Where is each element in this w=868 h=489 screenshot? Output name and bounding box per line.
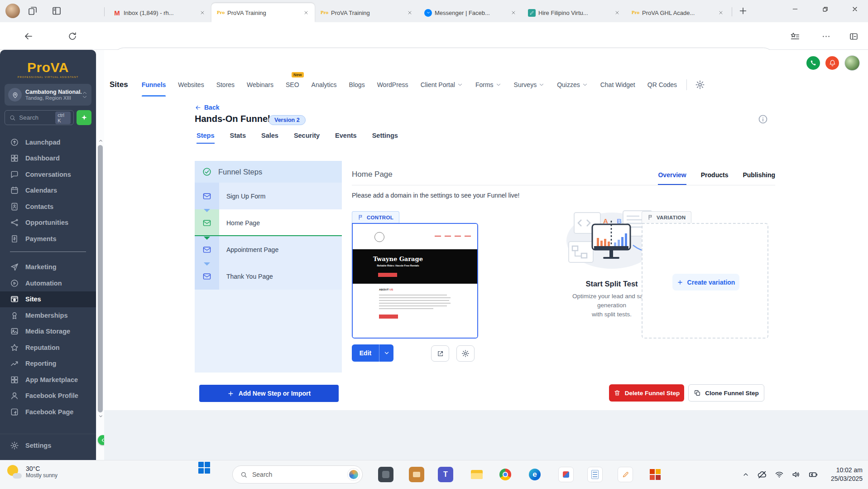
tab-close-icon[interactable] bbox=[613, 9, 621, 17]
window-close-button[interactable] bbox=[844, 0, 865, 18]
step-row-sign-up-form[interactable]: Sign Up Form bbox=[195, 183, 342, 209]
sidebar-item-launchpad[interactable]: Launchpad bbox=[0, 134, 96, 150]
open-page-external-button[interactable] bbox=[431, 345, 449, 362]
sidebar-item-app-marketplace[interactable]: App Marketplace bbox=[0, 372, 96, 388]
notification-bell-icon[interactable] bbox=[825, 56, 839, 70]
browser-tab-inbox[interactable]: M Inbox (1,849) - rh... bbox=[108, 3, 211, 22]
page-settings-button[interactable] bbox=[456, 345, 475, 362]
funnel-tab-settings[interactable]: Settings bbox=[372, 132, 398, 144]
nav-tab-quizzes[interactable]: Quizzes bbox=[557, 73, 588, 97]
funnel-tab-stats[interactable]: Stats bbox=[230, 132, 246, 144]
taskbar-clock[interactable]: 10:02 am 25/03/2025 bbox=[831, 466, 863, 483]
scroll-down-icon[interactable] bbox=[96, 412, 105, 420]
taskbar-app-camera-icon[interactable] bbox=[378, 467, 393, 482]
taskbar-app-notepad-icon[interactable] bbox=[587, 467, 603, 482]
taskbar-app-widgets-icon[interactable] bbox=[409, 467, 424, 482]
sidebar-toggle-icon[interactable] bbox=[846, 29, 861, 44]
vertical-tabs-icon[interactable] bbox=[51, 5, 62, 16]
taskbar-search-input[interactable] bbox=[252, 471, 348, 478]
nav-tab-client-portal[interactable]: Client Portal bbox=[421, 73, 463, 97]
sidebar-item-media-storage[interactable]: Media Storage bbox=[0, 324, 96, 340]
delete-funnel-step-button[interactable]: Delete Funnel Step bbox=[609, 384, 684, 402]
taskbar-app-tool-icon[interactable] bbox=[558, 467, 574, 482]
wifi-icon[interactable] bbox=[775, 470, 784, 479]
nav-tab-wordpress[interactable]: WordPress bbox=[377, 73, 408, 97]
step-row-thank-you-page[interactable]: Thank You Page bbox=[195, 263, 342, 290]
sidebar-item-sites[interactable]: Sites bbox=[0, 291, 96, 308]
tray-expand-chevron-icon[interactable] bbox=[742, 471, 749, 478]
funnel-tab-steps[interactable]: Steps bbox=[197, 132, 215, 144]
scroll-up-icon[interactable] bbox=[96, 137, 105, 144]
settings-more-icon[interactable] bbox=[818, 29, 834, 44]
edit-dropdown-chevron[interactable] bbox=[379, 344, 393, 362]
sidebar-item-calendars[interactable]: Calendars bbox=[0, 183, 96, 199]
sidebar-item-dashboard[interactable]: Dashboard bbox=[0, 150, 96, 167]
sidebar-search-input[interactable] bbox=[19, 114, 55, 121]
sidebar-item-conversations[interactable]: Conversations bbox=[0, 166, 96, 183]
browser-refresh-icon[interactable] bbox=[65, 29, 80, 44]
taskbar-app-edge-icon[interactable]: e bbox=[527, 467, 542, 482]
nav-tab-stores[interactable]: Stores bbox=[216, 73, 235, 97]
tab-close-icon[interactable] bbox=[717, 9, 725, 17]
browser-tab-prova-ghl[interactable]: Pro ProVA GHL Acade... bbox=[626, 3, 729, 22]
user-avatar[interactable] bbox=[844, 55, 860, 71]
scrollbar-thumb[interactable] bbox=[98, 145, 103, 412]
taskbar-search[interactable] bbox=[232, 465, 363, 484]
new-tab-button[interactable] bbox=[738, 6, 748, 16]
sidebar-search[interactable]: ctrl K bbox=[5, 110, 74, 125]
tab-close-icon[interactable] bbox=[509, 9, 518, 17]
battery-icon[interactable] bbox=[808, 470, 818, 479]
back-link[interactable]: Back bbox=[195, 104, 219, 111]
sidebar-item-marketing[interactable]: Marketing bbox=[0, 259, 96, 276]
favorites-bar-icon[interactable] bbox=[787, 29, 802, 44]
nav-tab-surveys[interactable]: Surveys bbox=[514, 73, 545, 97]
sidebar-item-contacts[interactable]: Contacts bbox=[0, 199, 96, 215]
detail-tab-publishing[interactable]: Publishing bbox=[743, 171, 775, 185]
sidebar-scrollbar[interactable] bbox=[96, 50, 104, 460]
funnel-tab-sales[interactable]: Sales bbox=[261, 132, 278, 144]
nav-tab-seo[interactable]: SEONew bbox=[286, 73, 299, 97]
taskbar-app-office-icon[interactable] bbox=[647, 467, 663, 482]
funnel-tab-security[interactable]: Security bbox=[294, 132, 320, 144]
nav-tab-analytics[interactable]: Analytics bbox=[312, 73, 337, 97]
step-row-home-page[interactable]: Home Page bbox=[195, 209, 342, 236]
taskbar-app-paint-icon[interactable] bbox=[618, 467, 633, 482]
workspaces-icon[interactable] bbox=[27, 5, 38, 16]
sidebar-item-settings[interactable]: Settings bbox=[0, 438, 96, 454]
sidebar-item-facebook-profile[interactable]: Facebook Profile bbox=[0, 388, 96, 404]
sidebar-item-facebook-page[interactable]: Facebook Page bbox=[0, 404, 96, 420]
volume-icon[interactable] bbox=[791, 470, 801, 479]
window-restore-button[interactable] bbox=[815, 0, 835, 18]
funnel-tab-events[interactable]: Events bbox=[335, 132, 357, 144]
browser-tab-hire-filipino[interactable]: Hire Filipino Virtu... bbox=[523, 3, 626, 22]
nav-tab-blogs[interactable]: Blogs bbox=[349, 73, 365, 97]
nav-tab-funnels[interactable]: Funnels bbox=[142, 73, 166, 97]
detail-tab-overview[interactable]: Overview bbox=[658, 171, 686, 185]
sidebar-item-payments[interactable]: Payments bbox=[0, 231, 96, 247]
browser-tab-prova-training-2[interactable]: Pro ProVA Training bbox=[315, 3, 418, 22]
tab-close-icon[interactable] bbox=[406, 9, 414, 17]
taskbar-app-file-explorer-icon[interactable] bbox=[469, 467, 484, 482]
clone-funnel-step-button[interactable]: Clone Funnel Step bbox=[688, 384, 764, 402]
phone-icon[interactable] bbox=[806, 56, 820, 70]
detail-tab-products[interactable]: Products bbox=[701, 171, 729, 185]
add-new-step-button[interactable]: Add New Step or Import bbox=[199, 385, 339, 402]
edit-button[interactable]: Edit bbox=[352, 344, 379, 362]
sidebar-item-automation[interactable]: Automation bbox=[0, 275, 96, 291]
browser-profile-avatar[interactable] bbox=[5, 4, 20, 18]
window-minimize-button[interactable] bbox=[785, 0, 806, 18]
sidebar-item-reporting[interactable]: Reporting bbox=[0, 356, 96, 372]
browser-tab-prova-training-active[interactable]: Pro ProVA Training bbox=[211, 3, 315, 22]
nav-tab-qr-codes[interactable]: QR Codes bbox=[647, 73, 677, 97]
step-row-appointment-page[interactable]: Appointment Page bbox=[195, 236, 342, 263]
tab-close-icon[interactable] bbox=[198, 9, 206, 17]
control-page-preview[interactable]: Twayne Garage Reliable Rides: Hassle Fre… bbox=[352, 223, 478, 339]
onedrive-offline-icon[interactable] bbox=[757, 470, 767, 479]
start-button[interactable] bbox=[198, 462, 210, 474]
sites-settings-gear-icon[interactable] bbox=[695, 80, 705, 90]
tab-close-icon[interactable] bbox=[302, 9, 310, 17]
taskbar-app-chrome-icon[interactable] bbox=[498, 467, 513, 482]
nav-tab-websites[interactable]: Websites bbox=[178, 73, 204, 97]
nav-tab-webinars[interactable]: Webinars bbox=[247, 73, 273, 97]
sidebar-item-opportunities[interactable]: Opportunities bbox=[0, 215, 96, 231]
